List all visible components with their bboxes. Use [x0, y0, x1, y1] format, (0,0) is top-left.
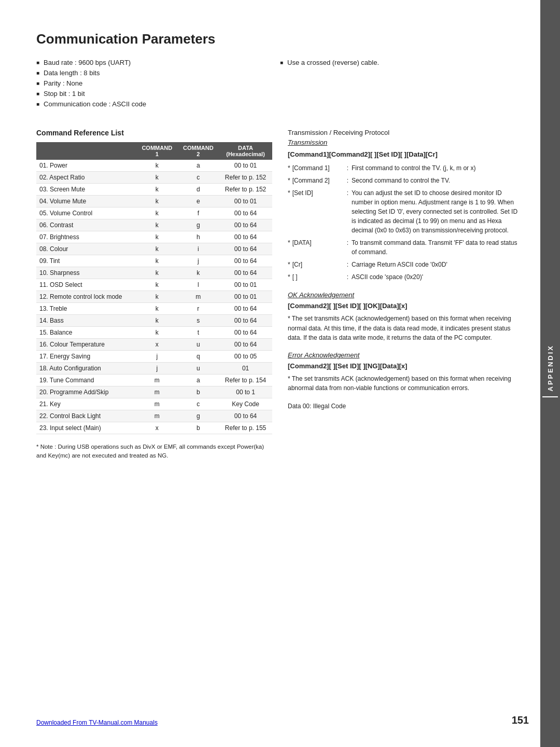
param-star: *	[288, 260, 290, 269]
param-name: [ ]	[292, 272, 347, 282]
transmission-section: Transmission / Receiving Protocol Transm…	[288, 129, 524, 411]
protocol-cmd: [Command1][Command2][ ][Set ID][ ][Data]…	[288, 150, 524, 158]
param-item: *[Command 1]:First command to control th…	[288, 163, 524, 173]
bullet-baud-rate: Baud rate : 9600 bps (UART)	[36, 59, 280, 66]
error-ack-cmd: [Command2][ ][Set ID][ ][NG][Data][x]	[288, 362, 524, 370]
param-name: [Cr]	[292, 260, 347, 269]
table-row: 01. Powerka00 to 01	[36, 160, 272, 172]
table-row: 14. Bassks00 to 64	[36, 315, 272, 327]
bullet-data-length: Data length : 8 bits	[36, 69, 280, 77]
table-row: 02. Aspect RatiokcRefer to p. 152	[36, 172, 272, 184]
page-number: 151	[512, 714, 529, 726]
table-row: 12. Remote control lock modekm00 to 01	[36, 291, 272, 303]
ok-ack-cmd: [Command2][ ][Set ID][ ][OK][Data][x]	[288, 302, 524, 310]
bullet-comm-code: Communication code : ASCII code	[36, 100, 280, 108]
table-header-row: COMMAND1 COMMAND2 DATA(Hexadecimal)	[36, 142, 272, 160]
param-colon: :	[347, 272, 348, 282]
param-star: *	[288, 272, 290, 282]
ok-ack-title: OK Acknowledgement	[288, 291, 524, 299]
table-row: 04. Volume Muteke00 to 01	[36, 196, 272, 208]
table-row: 05. Volume Controlkf00 to 64	[36, 208, 272, 219]
param-name: [Command 1]	[292, 163, 347, 173]
command-ref-title: Command Reference List	[36, 129, 272, 137]
table-row: 23. Input select (Main)xbRefer to p. 155	[36, 422, 272, 434]
ok-ack-section: OK Acknowledgement [Command2][ ][Set ID]…	[288, 291, 524, 343]
param-item: *[Set ID]:You can adjust the set ID to c…	[288, 188, 524, 235]
table-row: 08. Colourki00 to 64	[36, 243, 272, 255]
table-row: 18. Auto Configurationju01	[36, 363, 272, 375]
col-header-cmd2: COMMAND2	[178, 142, 219, 160]
sidebar: APPENDIX	[540, 0, 560, 747]
param-item: *[DATA]:To transmit command data. Transm…	[288, 238, 524, 257]
ok-ack-desc: * The set transmits ACK (acknowledgement…	[288, 314, 524, 343]
col-header-data: DATA(Hexadecimal)	[219, 142, 272, 160]
bullets-right: Use a crossed (reverse) cable.	[280, 59, 524, 113]
param-desc: You can adjust the set ID to choose desi…	[352, 188, 524, 235]
error-ack-desc: * The set transmits ACK (acknowledgement…	[288, 374, 524, 393]
param-desc: Carriage Return ASCII code '0x0D'	[352, 260, 447, 269]
table-note: * Note : During USB operations such as D…	[36, 442, 272, 461]
table-row: 17. Energy Savingjq00 to 05	[36, 351, 272, 363]
param-desc: First command to control the TV. (j, k, …	[352, 163, 475, 173]
param-star: *	[288, 188, 290, 198]
table-row: 06. Contrastkg00 to 64	[36, 219, 272, 231]
table-row: 07. Brightnesskh00 to 64	[36, 231, 272, 243]
param-star: *	[288, 176, 290, 185]
bullet-parity: Parity : None	[36, 79, 280, 87]
error-ack-title: Error Acknowledgement	[288, 351, 524, 359]
table-row: 15. Balancekt00 to 64	[36, 327, 272, 339]
error-ack-section: Error Acknowledgement [Command2][ ][Set …	[288, 351, 524, 411]
command-table: COMMAND1 COMMAND2 DATA(Hexadecimal) 01. …	[36, 142, 272, 434]
left-bullet-list: Baud rate : 9600 bps (UART) Data length …	[36, 59, 280, 108]
table-row: 21. KeymcKey Code	[36, 398, 272, 410]
param-colon: :	[347, 260, 348, 269]
param-list: *[Command 1]:First command to control th…	[288, 163, 524, 282]
table-row: 03. Screen MutekdRefer to p. 152	[36, 184, 272, 196]
transmission-subtitle: Transmission	[288, 139, 524, 146]
main-content: Command Reference List COMMAND1 COMMAND2…	[36, 129, 524, 461]
param-item: *[Command 2]:Second command to control t…	[288, 176, 524, 185]
param-star: *	[288, 238, 290, 247]
right-panel: Transmission / Receiving Protocol Transm…	[288, 129, 524, 461]
param-desc: To transmit command data. Transmit 'FF' …	[352, 238, 524, 257]
bullet-crossed-cable: Use a crossed (reverse) cable.	[280, 59, 524, 66]
param-desc: ASCII code 'space (0x20)'	[352, 272, 423, 282]
param-item: *[ ]:ASCII code 'space (0x20)'	[288, 272, 524, 282]
table-row: 11. OSD Selectkl00 to 01	[36, 279, 272, 291]
table-row: 20. Programme Add/Skipmb00 to 1	[36, 386, 272, 398]
col-header-name	[36, 142, 136, 160]
table-row: 19. Tune CommandmaRefer to p. 154	[36, 375, 272, 386]
error-data-note: Data 00: Illegal Code	[288, 402, 524, 411]
param-colon: :	[347, 238, 348, 247]
sidebar-label: APPENDIX	[547, 344, 554, 391]
param-item: *[Cr]:Carriage Return ASCII code '0x0D'	[288, 260, 524, 269]
page-title: Communication Parameters	[36, 31, 524, 47]
table-row: 10. Sharpnesskk00 to 64	[36, 267, 272, 279]
footer-link[interactable]: Downloaded From TV-Manual.com Manuals	[36, 719, 158, 726]
table-row: 09. Tintkj00 to 64	[36, 255, 272, 267]
param-colon: :	[347, 188, 348, 198]
right-bullet-list: Use a crossed (reverse) cable.	[280, 59, 524, 66]
transmission-title: Transmission / Receiving Protocol	[288, 129, 524, 136]
param-name: [Set ID]	[292, 188, 347, 198]
table-row: 16. Colour Temperaturexu00 to 64	[36, 339, 272, 351]
bullets-left: Baud rate : 9600 bps (UART) Data length …	[36, 59, 280, 113]
param-name: [Command 2]	[292, 176, 347, 185]
table-row: 22. Control Back Lightmg00 to 64	[36, 410, 272, 422]
sidebar-divider	[542, 396, 558, 397]
param-star: *	[288, 163, 290, 173]
param-desc: Second command to control the TV.	[352, 176, 450, 185]
page: Communication Parameters Baud rate : 960…	[0, 0, 560, 747]
parameters-section: Baud rate : 9600 bps (UART) Data length …	[36, 59, 524, 113]
param-colon: :	[347, 176, 348, 185]
param-name: [DATA]	[292, 238, 347, 247]
col-header-cmd1: COMMAND1	[136, 142, 178, 160]
table-row: 13. Treblekr00 to 64	[36, 303, 272, 315]
left-panel: Command Reference List COMMAND1 COMMAND2…	[36, 129, 272, 461]
param-colon: :	[347, 163, 348, 173]
bullet-stop-bit: Stop bit : 1 bit	[36, 90, 280, 98]
